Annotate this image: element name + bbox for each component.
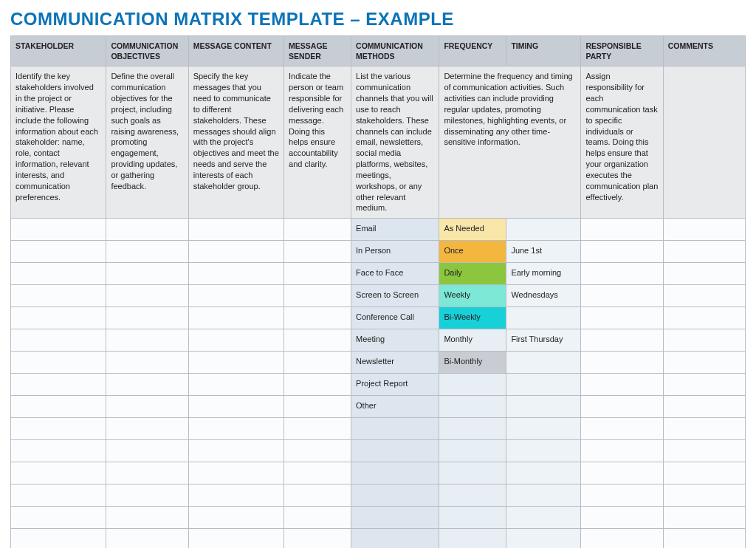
cell-timing[interactable] [506, 440, 581, 462]
cell-objectives[interactable] [106, 440, 188, 462]
cell-sender[interactable] [284, 285, 351, 307]
cell-sender[interactable] [284, 352, 351, 374]
cell-content[interactable] [188, 440, 284, 462]
cell-content[interactable] [188, 484, 284, 507]
cell-timing[interactable] [506, 418, 581, 440]
cell-frequency[interactable] [439, 529, 506, 548]
cell-frequency[interactable] [439, 484, 506, 507]
cell-frequency[interactable] [439, 396, 506, 418]
cell-comments[interactable] [663, 462, 745, 484]
cell-methods[interactable]: Conference Call [351, 307, 439, 329]
cell-content[interactable] [188, 418, 284, 440]
cell-comments[interactable] [663, 507, 745, 529]
cell-responsible[interactable] [581, 507, 663, 529]
cell-frequency[interactable] [439, 440, 506, 462]
cell-methods[interactable]: Email [351, 219, 439, 241]
cell-stakeholder[interactable] [11, 241, 106, 263]
cell-timing[interactable] [506, 307, 581, 329]
cell-timing[interactable]: Early morning [506, 263, 581, 285]
cell-sender[interactable] [284, 241, 351, 263]
cell-methods[interactable] [351, 484, 439, 507]
cell-methods[interactable]: Other [351, 396, 439, 418]
cell-comments[interactable] [663, 418, 745, 440]
cell-content[interactable] [188, 329, 284, 352]
cell-stakeholder[interactable] [11, 307, 106, 329]
cell-responsible[interactable] [581, 241, 663, 263]
cell-methods[interactable]: Newsletter [351, 352, 439, 374]
cell-objectives[interactable] [106, 307, 188, 329]
cell-sender[interactable] [284, 396, 351, 418]
cell-content[interactable] [188, 352, 284, 374]
cell-responsible[interactable] [581, 484, 663, 507]
cell-frequency[interactable]: Bi-Monthly [439, 352, 506, 374]
cell-content[interactable] [188, 396, 284, 418]
cell-sender[interactable] [284, 507, 351, 529]
cell-frequency[interactable] [439, 507, 506, 529]
cell-comments[interactable] [663, 285, 745, 307]
cell-stakeholder[interactable] [11, 285, 106, 307]
cell-content[interactable] [188, 307, 284, 329]
cell-comments[interactable] [663, 484, 745, 507]
cell-responsible[interactable] [581, 462, 663, 484]
cell-stakeholder[interactable] [11, 219, 106, 241]
cell-methods[interactable]: In Person [351, 241, 439, 263]
cell-sender[interactable] [284, 529, 351, 548]
cell-timing[interactable] [506, 352, 581, 374]
cell-stakeholder[interactable] [11, 418, 106, 440]
cell-stakeholder[interactable] [11, 484, 106, 507]
cell-methods[interactable]: Project Report [351, 374, 439, 396]
cell-comments[interactable] [663, 440, 745, 462]
cell-stakeholder[interactable] [11, 462, 106, 484]
cell-comments[interactable] [663, 529, 745, 548]
cell-content[interactable] [188, 241, 284, 263]
cell-responsible[interactable] [581, 263, 663, 285]
cell-sender[interactable] [284, 374, 351, 396]
cell-responsible[interactable] [581, 307, 663, 329]
cell-stakeholder[interactable] [11, 529, 106, 548]
cell-objectives[interactable] [106, 418, 188, 440]
cell-timing[interactable] [506, 529, 581, 548]
cell-content[interactable] [188, 219, 284, 241]
cell-comments[interactable] [663, 374, 745, 396]
cell-comments[interactable] [663, 329, 745, 352]
cell-responsible[interactable] [581, 418, 663, 440]
cell-stakeholder[interactable] [11, 263, 106, 285]
cell-responsible[interactable] [581, 374, 663, 396]
cell-frequency[interactable] [439, 462, 506, 484]
cell-objectives[interactable] [106, 219, 188, 241]
cell-methods[interactable]: Face to Face [351, 263, 439, 285]
cell-responsible[interactable] [581, 440, 663, 462]
cell-responsible[interactable] [581, 329, 663, 352]
cell-comments[interactable] [663, 263, 745, 285]
cell-timing[interactable]: Wednesdays [506, 285, 581, 307]
cell-responsible[interactable] [581, 285, 663, 307]
cell-content[interactable] [188, 263, 284, 285]
cell-objectives[interactable] [106, 352, 188, 374]
cell-objectives[interactable] [106, 484, 188, 507]
cell-methods[interactable] [351, 462, 439, 484]
cell-content[interactable] [188, 374, 284, 396]
cell-responsible[interactable] [581, 219, 663, 241]
cell-comments[interactable] [663, 396, 745, 418]
cell-comments[interactable] [663, 219, 745, 241]
cell-timing[interactable]: First Thursday [506, 329, 581, 352]
cell-frequency[interactable] [439, 374, 506, 396]
cell-objectives[interactable] [106, 529, 188, 548]
cell-comments[interactable] [663, 307, 745, 329]
cell-content[interactable] [188, 507, 284, 529]
cell-methods[interactable] [351, 529, 439, 548]
cell-sender[interactable] [284, 418, 351, 440]
cell-responsible[interactable] [581, 352, 663, 374]
cell-sender[interactable] [284, 307, 351, 329]
cell-objectives[interactable] [106, 507, 188, 529]
cell-comments[interactable] [663, 241, 745, 263]
cell-frequency[interactable]: Daily [439, 263, 506, 285]
cell-timing[interactable] [506, 374, 581, 396]
cell-timing[interactable] [506, 484, 581, 507]
cell-stakeholder[interactable] [11, 507, 106, 529]
cell-objectives[interactable] [106, 374, 188, 396]
cell-responsible[interactable] [581, 396, 663, 418]
cell-objectives[interactable] [106, 462, 188, 484]
cell-sender[interactable] [284, 484, 351, 507]
cell-content[interactable] [188, 529, 284, 548]
